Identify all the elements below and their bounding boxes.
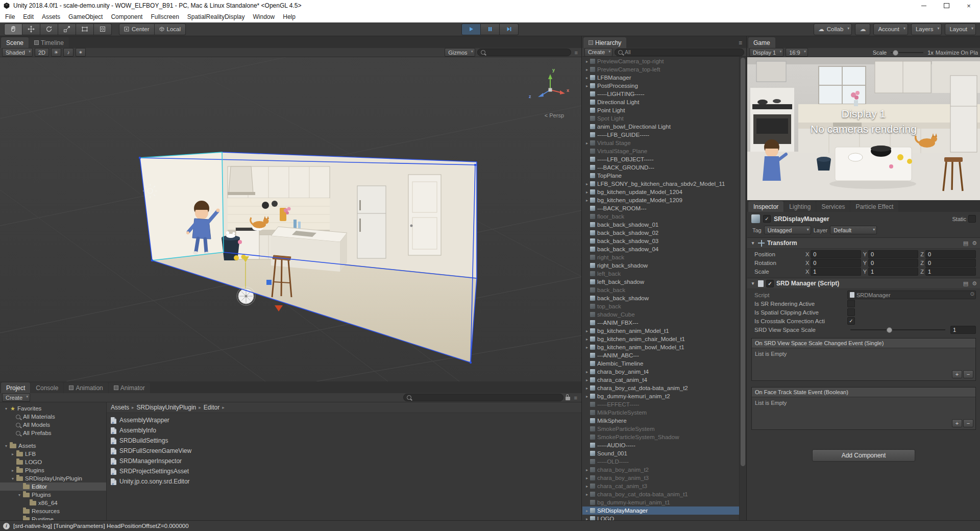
project-tab-animator[interactable]: Animator xyxy=(109,382,150,393)
aspect-dropdown[interactable]: 16:9 xyxy=(786,48,807,57)
hierarchy-item[interactable]: back_back_shadow_01 xyxy=(582,221,740,229)
transform-field[interactable]: 0 xyxy=(811,259,861,267)
view-space-scale-value[interactable]: 1 xyxy=(950,326,976,334)
hierarchy-item[interactable]: anim_bowl_Directional Light xyxy=(582,123,740,131)
hierarchy-search-input[interactable]: All xyxy=(615,49,744,56)
inspector-tab-lighting[interactable]: Lighting xyxy=(784,201,816,212)
project-search-input[interactable] xyxy=(403,394,564,401)
menu-fullscreen[interactable]: Fullscreen xyxy=(146,11,183,22)
hierarchy-item[interactable]: ---ANIM_FBX--- xyxy=(582,319,740,327)
project-tree-item-all-models[interactable]: All Models xyxy=(0,421,106,429)
hierarchy-item[interactable]: ▸chara_cat_anim_t3 xyxy=(582,482,740,490)
hierarchy-item[interactable]: ▸chara_boy_anim_t4 xyxy=(582,368,740,376)
expand-arrow-icon[interactable]: ▾ xyxy=(10,476,16,481)
slider-knob[interactable] xyxy=(893,50,898,56)
hierarchy-item[interactable]: Directional Light xyxy=(582,98,740,106)
foldout-arrow-icon[interactable]: ▾ xyxy=(750,240,755,246)
expand-arrow-icon[interactable]: ▸ xyxy=(584,190,590,195)
layout-dropdown[interactable]: Layout xyxy=(945,23,976,35)
expand-arrow-icon[interactable]: ▸ xyxy=(584,198,590,203)
hierarchy-item[interactable]: right_back xyxy=(582,253,740,261)
hand-tool-button[interactable] xyxy=(4,23,22,35)
breadcrumb-item[interactable]: Editor xyxy=(203,404,220,411)
tag-dropdown[interactable]: Untagged xyxy=(764,226,811,234)
script-object-field[interactable]: SRDManager ⊙ xyxy=(847,291,976,299)
inspector-tab-services[interactable]: Services xyxy=(816,201,850,212)
cloud-services-button[interactable]: ☁ xyxy=(855,23,870,35)
expand-arrow-icon[interactable]: ▸ xyxy=(584,476,590,480)
expand-arrow-icon[interactable]: ▸ xyxy=(584,484,590,489)
menu-help[interactable]: Help xyxy=(279,11,300,22)
hierarchy-item[interactable]: ▸bg_kitchen_anim_bowl_Model_t1 xyxy=(582,343,740,351)
project-file[interactable]: AssemblyWrapper xyxy=(107,415,581,425)
transform-field[interactable]: 1 xyxy=(811,268,861,276)
hierarchy-item[interactable]: -----LFB_GUIDE----- xyxy=(582,131,740,139)
project-file[interactable]: SRDFullScreenGameView xyxy=(107,446,581,456)
hierarchy-item[interactable]: back_back xyxy=(582,286,740,294)
hierarchy-item[interactable]: back_back_shadow_02 xyxy=(582,229,740,237)
menu-component[interactable]: Component xyxy=(107,11,146,22)
component-enabled-checkbox[interactable] xyxy=(766,280,774,287)
expand-arrow-icon[interactable]: ▸ xyxy=(584,509,590,513)
project-tree-item-x86-64[interactable]: x86_64 xyxy=(0,499,106,507)
project-file[interactable]: Unity.jp.co.sony.srd.Editor xyxy=(107,476,581,487)
project-tree-item-editor[interactable]: Editor xyxy=(0,482,106,491)
hierarchy-item[interactable]: left_back xyxy=(582,270,740,278)
breadcrumb-item[interactable]: Assets xyxy=(110,404,130,411)
expand-arrow-icon[interactable]: ▸ xyxy=(584,394,590,399)
expand-arrow-icon[interactable]: ▸ xyxy=(584,370,590,374)
pivot-mode-button[interactable]: Center xyxy=(119,23,155,35)
hierarchy-item[interactable]: ▸bg_dummy-kemuri_anim_t2 xyxy=(582,392,740,400)
hierarchy-item[interactable]: ▸chara_boy_cat_dota-bata_anim_t1 xyxy=(582,490,740,498)
game-tab-game[interactable]: Game xyxy=(748,37,775,48)
project-tab-animation[interactable]: Animation xyxy=(64,382,108,393)
help-icon[interactable]: ▤ xyxy=(963,280,968,287)
move-tool-button[interactable] xyxy=(22,23,40,35)
add-event-button[interactable]: + xyxy=(952,419,962,427)
project-tree-item-plugins[interactable]: ▾Plugins xyxy=(0,491,106,499)
lock-icon[interactable] xyxy=(566,397,570,400)
rotate-tool-button[interactable] xyxy=(40,23,58,35)
foldout-arrow-icon[interactable]: ▾ xyxy=(750,281,755,286)
add-component-button[interactable]: Add Component xyxy=(812,449,915,462)
expand-arrow-icon[interactable]: ▸ xyxy=(584,386,590,391)
expand-arrow-icon[interactable]: ▸ xyxy=(584,59,590,64)
property-checkbox[interactable] xyxy=(847,308,855,316)
scene-audio-toggle[interactable]: ♪ xyxy=(63,48,74,57)
expand-arrow-icon[interactable]: ▸ xyxy=(584,329,590,333)
project-tree-item-srdisplayunityplugin[interactable]: ▾SRDisplayUnityPlugin xyxy=(0,474,106,482)
project-menu-icon[interactable]: ≡ xyxy=(572,395,579,401)
hierarchy-item[interactable]: ▸Virtual Stage xyxy=(582,139,740,147)
project-tree-item-all-prefabs[interactable]: All Prefabs xyxy=(0,429,106,437)
expand-arrow-icon[interactable]: ▸ xyxy=(584,84,590,88)
scene-effects-toggle[interactable]: ✶ xyxy=(76,48,86,57)
expand-arrow-icon[interactable]: ▾ xyxy=(3,406,9,411)
account-dropdown[interactable]: Account xyxy=(873,23,908,35)
hierarchy-item[interactable]: left_back_shadow xyxy=(582,278,740,286)
hierarchy-item[interactable]: Sound_001 xyxy=(582,449,740,457)
hierarchy-item[interactable]: ---BACK_ROOM--- xyxy=(582,204,740,212)
pivot-rotation-button[interactable]: Local xyxy=(155,23,186,35)
expand-arrow-icon[interactable]: ▾ xyxy=(16,493,22,497)
slider-knob[interactable] xyxy=(887,327,892,333)
status-bar[interactable]: i [srd-native-log] [TuningParameters] He… xyxy=(0,520,980,531)
inspector-tab-inspector[interactable]: Inspector xyxy=(748,201,783,212)
add-event-button[interactable]: + xyxy=(952,370,962,378)
transform-field[interactable]: 0 xyxy=(868,259,918,267)
shading-mode-dropdown[interactable]: Shaded xyxy=(2,48,33,57)
project-tree-item-plugins[interactable]: ▸Plugins xyxy=(0,466,106,474)
hierarchy-item[interactable]: ▸chara_boy_cat_dota-bata_anim_t2 xyxy=(582,384,740,392)
project-file[interactable]: SRDManagerInspector xyxy=(107,456,581,466)
play-button[interactable] xyxy=(461,23,481,35)
hierarchy-item[interactable]: Alembic_Timeline xyxy=(582,359,740,368)
hierarchy-item[interactable]: ▸chara_boy_anim_t2 xyxy=(582,466,740,474)
hierarchy-item[interactable]: -----AUDIO----- xyxy=(582,441,740,449)
hierarchy-item[interactable]: MilkParticleSystem xyxy=(582,408,740,417)
hierarchy-item[interactable]: right_back_shadow xyxy=(582,261,740,270)
expand-arrow-icon[interactable]: ▸ xyxy=(584,492,590,497)
expand-arrow-icon[interactable]: ▸ xyxy=(584,337,590,342)
transform-field[interactable]: 1 xyxy=(925,268,976,276)
scene-menu-icon[interactable]: ≡ xyxy=(573,50,579,56)
scene-search-input[interactable] xyxy=(477,49,571,56)
hierarchy-item[interactable]: ▸bg_kitchen_update_Model_1204 xyxy=(582,188,740,196)
